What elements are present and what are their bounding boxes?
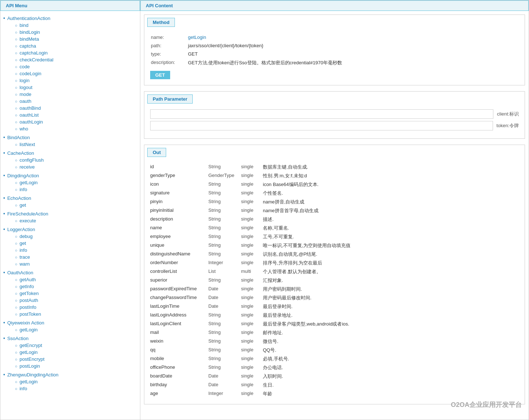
nav-group-title[interactable]: BindAction xyxy=(3,134,137,141)
nav-sub-item-listnext[interactable]: listNext xyxy=(3,141,137,148)
out-field-type-0: String xyxy=(208,163,241,171)
out-field-type-7: String xyxy=(208,224,241,233)
nav-group-title[interactable]: DingdingAction xyxy=(3,172,137,179)
nav-sub-item-getencrypt[interactable]: getEncrypt xyxy=(3,342,137,349)
nav-sub-item-postinfo[interactable]: postInfo xyxy=(3,304,137,311)
out-row-15: changePasswordTimeDatesingle用户密码最后修改时间. xyxy=(150,294,519,302)
out-row-7: nameStringsingle名称,可重名. xyxy=(150,224,519,233)
param-input-0[interactable] xyxy=(150,109,493,119)
out-row-12: controllerListListmulti个人管理者.默认为创建者。 xyxy=(150,267,519,276)
nav-sub-item-postlogin[interactable]: postLogin xyxy=(3,363,137,369)
nav-sub-item-get[interactable]: get xyxy=(3,202,137,209)
nav-sub-item-postencrypt[interactable]: postEncrypt xyxy=(3,356,137,363)
nav-sub-item-getlogin[interactable]: getLogin xyxy=(3,349,137,356)
out-field-desc-25: 生日. xyxy=(263,381,519,389)
out-field-type-1: GenderType xyxy=(208,171,241,180)
out-row-5: pinyinInitialStringsinglename拼音首字母,自动生成 xyxy=(150,206,519,215)
nav-sub-item-logout[interactable]: logout xyxy=(3,84,137,91)
nav-sub-item-bindlogin[interactable]: bindLogin xyxy=(3,29,137,36)
nav-sub-item-captchalogin[interactable]: captchaLogin xyxy=(3,49,137,56)
nav-sub-item-debug[interactable]: debug xyxy=(3,233,137,240)
param-row-0: client:标识 xyxy=(150,109,519,119)
out-field-type-6: String xyxy=(208,215,241,224)
out-field-name-17: lastLoginAddress xyxy=(150,311,208,320)
nav-sub-item-codelogin[interactable]: codeLogin xyxy=(3,70,137,77)
out-field-type-14: Date xyxy=(208,285,241,294)
out-row-24: boardDateDatesingle入职时间. xyxy=(150,372,519,381)
out-field-type-11: Integer xyxy=(208,259,241,267)
out-field-desc-7: 名称,可重名. xyxy=(263,224,519,233)
out-field-type-24: Date xyxy=(208,372,241,381)
out-field-multi-8: single xyxy=(241,233,263,241)
out-field-type-3: String xyxy=(208,189,241,198)
main-content: API Content Method name: getLogin path: … xyxy=(140,0,529,420)
nav-group-title[interactable]: LoggerAction xyxy=(3,226,137,233)
nav-group-zhengwudingdingaction: ZhengwuDingdingActiongetLogininfo xyxy=(3,371,137,392)
nav-sub-item-getlogin[interactable]: getLogin xyxy=(3,179,137,186)
nav-sub-item-getlogin[interactable]: getLogin xyxy=(3,326,137,333)
method-type-row: type: GET xyxy=(151,50,518,58)
nav-sub-item-execute[interactable]: execute xyxy=(3,217,137,224)
out-field-type-2: String xyxy=(208,180,241,189)
nav-sub-item-code[interactable]: code xyxy=(3,63,137,70)
sidebar-title: API Menu xyxy=(0,0,140,11)
nav-group-title[interactable]: EchoAction xyxy=(3,194,137,202)
get-button[interactable]: GET xyxy=(150,71,170,79)
out-field-type-25: Date xyxy=(208,381,241,389)
main-title: API Content xyxy=(140,0,529,11)
method-section-body: name: getLogin path: jaxrs/sso/client/{c… xyxy=(144,30,525,85)
param-label-1: token:令牌 xyxy=(497,122,519,129)
nav-sub-item-gettoken[interactable]: getToken xyxy=(3,290,137,297)
nav-sub-item-bindmeta[interactable]: bindMeta xyxy=(3,36,137,43)
nav-sub-item-oauthlogin[interactable]: oauthLogin xyxy=(3,118,137,125)
nav-sub-item-get[interactable]: get xyxy=(3,240,137,247)
nav-sub-item-posttoken[interactable]: postToken xyxy=(3,311,137,318)
nav-sub-item-warn[interactable]: warn xyxy=(3,261,137,267)
out-field-type-12: List xyxy=(208,267,241,276)
out-field-name-7: name xyxy=(150,224,208,233)
nav-sub-item-captcha[interactable]: captcha xyxy=(3,43,137,49)
out-row-0: idStringsingle数据库主键,自动生成. xyxy=(150,163,519,171)
nav-sub-item-getinfo[interactable]: getInfo xyxy=(3,283,137,290)
param-input-1[interactable] xyxy=(150,121,493,130)
nav-sub-item-receive[interactable]: receive xyxy=(3,163,137,170)
nav-sub-item-mode[interactable]: mode xyxy=(3,91,137,98)
out-row-17: lastLoginAddressStringsingle最后登录地址. xyxy=(150,311,519,320)
path-param-section: Path Parameter client:标识token:令牌 xyxy=(144,91,525,139)
out-field-desc-8: 工号,不可重复. xyxy=(263,233,519,241)
nav-group-title[interactable]: FireScheduleAction xyxy=(3,210,137,217)
nav-group-title[interactable]: Qiyeweixin Action xyxy=(3,319,137,326)
nav-group-title[interactable]: SsoAction xyxy=(3,335,137,342)
out-field-multi-7: single xyxy=(241,224,263,233)
out-field-multi-9: single xyxy=(241,241,263,250)
nav-sub-item-who[interactable]: who xyxy=(3,125,137,132)
nav-sub-item-getlogin[interactable]: getLogin xyxy=(3,378,137,385)
nav-group-title[interactable]: ZhengwuDingdingAction xyxy=(3,371,137,378)
out-row-1: genderTypeGenderTypesingle性别.男:m,女:f,未知:… xyxy=(150,171,519,180)
out-field-desc-15: 用户密码最后修改时间. xyxy=(263,294,519,302)
nav-sub-item-postauth[interactable]: postAuth xyxy=(3,297,137,304)
nav-sub-item-login[interactable]: login xyxy=(3,77,137,84)
nav-group-title[interactable]: CacheAction xyxy=(3,149,137,157)
nav-sub-item-info[interactable]: info xyxy=(3,247,137,254)
nav-sub-item-getauth[interactable]: getAuth xyxy=(3,276,137,283)
out-row-23: officePhoneStringsingle办公电话. xyxy=(150,363,519,372)
nav-sub-item-bind[interactable]: bind xyxy=(3,22,137,29)
out-field-name-14: passwordExpiredTime xyxy=(150,285,208,294)
out-field-multi-11: single xyxy=(241,259,263,267)
out-field-desc-1: 性别.男:m,女:f,未知:d xyxy=(263,171,519,180)
nav-sub-item-oauthbind[interactable]: oauthBind xyxy=(3,105,137,112)
nav-sub-item-oauthlist[interactable]: oauthList xyxy=(3,112,137,118)
nav-sub-item-info[interactable]: info xyxy=(3,186,137,193)
nav-group-title[interactable]: OauthAction xyxy=(3,269,137,276)
nav-sub-item-trace[interactable]: trace xyxy=(3,254,137,261)
nav-sub-item-configflush[interactable]: configFlush xyxy=(3,157,137,163)
out-field-desc-20: 微信号. xyxy=(263,337,519,346)
out-table: idStringsingle数据库主键,自动生成.genderTypeGende… xyxy=(150,163,519,398)
nav-sub-item-checkcredential[interactable]: checkCredential xyxy=(3,56,137,63)
nav-sub-item-oauth[interactable]: oauth xyxy=(3,98,137,105)
nav-sub-item-info[interactable]: info xyxy=(3,385,137,392)
out-field-type-21: String xyxy=(208,346,241,355)
nav-group-title[interactable]: AuthenticationAction xyxy=(3,15,137,22)
out-field-name-2: icon xyxy=(150,180,208,189)
